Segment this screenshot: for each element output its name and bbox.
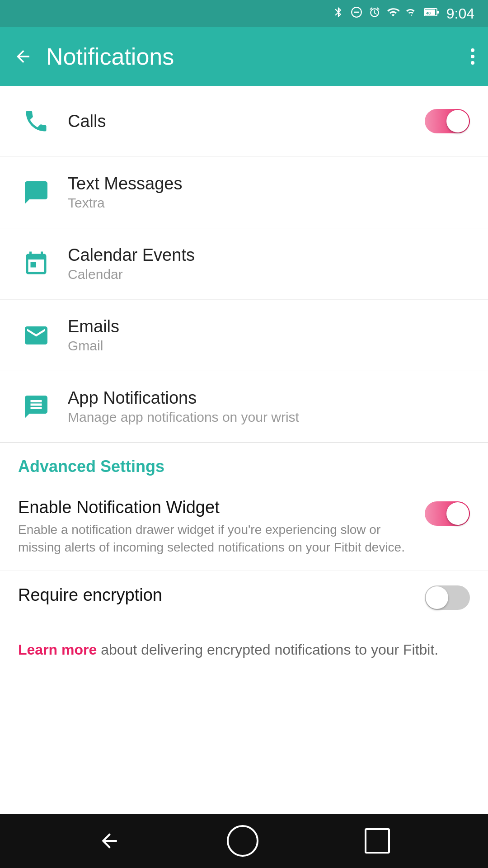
calendar-events-text: Calendar Events Calendar [68,245,470,282]
text-messages-title: Text Messages [68,174,470,193]
learn-more-suffix: about delivering encrypted notifications… [97,642,438,658]
text-messages-text: Text Messages Textra [68,174,470,211]
more-button[interactable] [471,48,474,65]
calls-toggle-knob [446,110,469,132]
signal-icon [406,6,418,21]
require-encryption-text: Require encryption [18,585,425,609]
learn-more-section: Learn more about delivering encrypted no… [0,624,488,675]
battery-icon: 48 [424,6,440,21]
bluetooth-icon [333,6,344,21]
calls-title: Calls [68,112,425,131]
more-dot-1 [471,48,474,52]
calendar-events-setting-row[interactable]: Calendar Events Calendar [0,228,488,300]
notification-widget-text: Enable Notification Widget Enable a noti… [18,498,425,556]
status-icons: 48 9:04 [333,5,474,22]
emails-subtitle: Gmail [68,338,470,354]
calls-text: Calls [68,112,425,131]
calendar-events-icon [18,246,54,282]
app-notifications-subtitle: Manage app notifications on your wrist [68,410,470,425]
notification-widget-title: Enable Notification Widget [18,498,411,517]
text-messages-icon [18,175,54,211]
learn-more-link[interactable]: Learn more [18,642,97,658]
notification-widget-desc: Enable a notification drawer widget if y… [18,521,411,556]
require-encryption-toggle-knob [426,586,448,609]
app-notifications-setting-row[interactable]: App Notifications Manage app notificatio… [0,371,488,443]
nav-back-button[interactable] [98,830,121,852]
notification-widget-toggle[interactable] [425,501,470,526]
app-notifications-icon [18,389,54,425]
nav-recent-button[interactable] [365,828,390,854]
page-title: Notifications [46,43,457,70]
require-encryption-toggle[interactable] [425,585,470,610]
calls-toggle[interactable] [425,109,470,133]
calls-setting-row[interactable]: Calls [0,86,488,157]
bottom-nav [0,814,488,868]
main-content: Calls Text Messages Textra Calendar Even… [0,86,488,814]
alarm-icon [369,6,380,21]
text-messages-subtitle: Textra [68,195,470,211]
calls-icon [18,103,54,139]
app-notifications-text: App Notifications Manage app notificatio… [68,388,470,425]
status-bar: 48 9:04 [0,0,488,27]
advanced-settings-title: Advanced Settings [18,457,470,476]
more-dot-2 [471,55,474,58]
svg-rect-4 [437,11,439,14]
more-dot-3 [471,61,474,65]
app-notifications-title: App Notifications [68,388,470,408]
dnd-icon [351,6,362,21]
emails-setting-row[interactable]: Emails Gmail [0,300,488,371]
app-bar: Notifications [0,27,488,86]
calendar-events-subtitle: Calendar [68,267,470,282]
text-messages-setting-row[interactable]: Text Messages Textra [0,157,488,228]
wifi-icon [387,6,399,22]
notification-widget-row[interactable]: Enable Notification Widget Enable a noti… [0,483,488,571]
advanced-settings-header: Advanced Settings [0,443,488,483]
status-time: 9:04 [446,5,474,22]
emails-text: Emails Gmail [68,317,470,354]
svg-rect-2 [411,14,412,15]
nav-home-circle [227,825,258,857]
calendar-events-title: Calendar Events [68,245,470,265]
nav-home-button[interactable] [227,825,258,857]
require-encryption-row[interactable]: Require encryption [0,571,488,624]
back-button[interactable] [14,47,33,66]
nav-recent-square [365,828,390,854]
emails-title: Emails [68,317,470,336]
emails-icon [18,317,54,354]
notification-widget-toggle-knob [446,502,469,525]
svg-text:48: 48 [426,11,431,15]
require-encryption-title: Require encryption [18,585,411,605]
learn-more-text: Learn more about delivering encrypted no… [18,642,438,658]
